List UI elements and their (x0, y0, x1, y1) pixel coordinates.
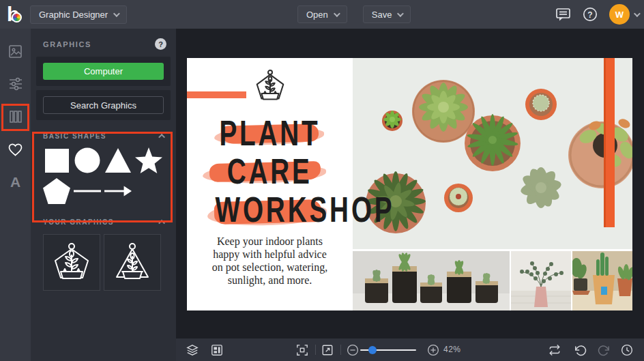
shape-triangle[interactable] (104, 147, 132, 174)
toolbar-divider (340, 345, 341, 355)
panel-title: GRAPHICS (43, 40, 91, 48)
search-box: Search Graphics (36, 90, 171, 120)
headline-word-plant[interactable]: PLANT (219, 115, 320, 153)
headline-word-workshop[interactable]: WORKSHOP (216, 191, 395, 229)
headline-line[interactable]: WORKSHOP (187, 191, 353, 229)
save-button[interactable]: Save (363, 5, 411, 23)
headline-line[interactable]: CARE (187, 153, 353, 191)
templates-icon[interactable] (211, 344, 223, 356)
triangle-terrarium-icon (111, 242, 153, 284)
heart-icon (8, 143, 23, 157)
body-line: Keep your indoor plants (187, 235, 353, 248)
chevron-down-icon (113, 10, 120, 17)
avatar: W (609, 4, 630, 25)
sidebar-item-text[interactable]: A (4, 171, 27, 194)
graphic-designer-app: b Graphic Designer Open Save (0, 0, 644, 361)
resize-canvas-icon[interactable] (321, 344, 334, 356)
text-tool-icon: A (10, 174, 20, 190)
design-canvas[interactable]: PLANT CARE WORKSHOP Keep your indoor pla… (187, 58, 632, 311)
basic-shapes-title: BASIC SHAPES (43, 132, 106, 140)
shape-line[interactable] (74, 177, 101, 205)
sidebar-item-layout[interactable] (4, 105, 27, 128)
body-line: happy with helpful advice (187, 248, 353, 261)
topbar-right-controls: ? W (555, 0, 639, 29)
tool-rail: A (0, 29, 31, 361)
chevron-up-icon (158, 220, 165, 227)
eucalyptus-vase-photo[interactable] (511, 251, 571, 311)
headline-word-care[interactable]: CARE (227, 153, 312, 191)
file-actions: Open Save (297, 5, 411, 23)
toolbar-divider (315, 345, 316, 355)
help-icon[interactable]: ? (583, 7, 598, 22)
sidebar-item-graphics[interactable] (4, 138, 27, 161)
color-wheel-icon (12, 12, 22, 23)
your-graphics-header[interactable]: YOUR GRAPHICS (31, 210, 176, 230)
poster-photo-zone (353, 58, 632, 311)
sidebar-item-adjust[interactable] (4, 72, 27, 96)
feedback-comment-icon[interactable] (555, 8, 571, 22)
zoom-percentage: 42% (443, 345, 461, 354)
pentagon-terrarium-icon (50, 242, 93, 284)
poster-headline[interactable]: PLANT CARE WORKSHOP (187, 115, 353, 229)
fit-to-screen-icon[interactable] (296, 344, 308, 356)
app-switcher-button[interactable]: Graphic Designer (30, 5, 127, 24)
your-graphics-grid (31, 230, 176, 291)
photo-strip (353, 251, 632, 311)
undo-icon[interactable] (574, 344, 587, 356)
svg-text:?: ? (587, 10, 592, 20)
shape-arrow[interactable] (104, 177, 132, 205)
open-button[interactable]: Open (297, 5, 347, 23)
panel-header: GRAPHICS ? (31, 29, 176, 57)
zoom-slider-knob[interactable] (368, 346, 377, 354)
basic-shapes-grid (31, 144, 176, 210)
body-line: on pot selection, watering, (187, 261, 353, 274)
poster-text-column[interactable]: PLANT CARE WORKSHOP Keep your indoor pla… (187, 58, 353, 311)
zoom-in-icon[interactable] (427, 344, 439, 356)
avatar-initial: W (615, 10, 624, 20)
chevron-down-icon (397, 10, 404, 17)
poster-terrarium-icon[interactable] (252, 68, 288, 106)
shape-square[interactable] (43, 147, 70, 174)
shape-pentagon[interactable] (43, 177, 70, 205)
canvas-area[interactable]: PLANT CARE WORKSHOP Keep your indoor pla… (176, 29, 644, 361)
jar-plants-photo[interactable] (353, 251, 510, 311)
bottom-toolbar: 42% (176, 338, 644, 361)
zoom-out-icon[interactable] (347, 344, 359, 356)
computer-upload-button[interactable]: Computer (43, 63, 164, 80)
workspace: A GRAPHICS ? Computer Search Graphics BA… (0, 29, 644, 361)
befunky-logo[interactable]: b (7, 4, 25, 25)
app-title: Graphic Designer (39, 10, 108, 20)
upload-box: Computer (36, 57, 171, 86)
zoom-slider[interactable] (360, 349, 416, 351)
body-line: sunlight, and more. (187, 274, 353, 287)
graphic-triangle-terrarium[interactable] (104, 234, 161, 291)
save-button-label: Save (372, 10, 392, 20)
open-button-label: Open (306, 10, 328, 20)
poster-accent-bar[interactable] (187, 91, 246, 98)
panel-help-icon[interactable]: ? (155, 38, 166, 50)
history-icon[interactable] (621, 344, 633, 356)
search-graphics-button[interactable]: Search Graphics (43, 96, 164, 114)
chevron-down-icon (334, 10, 340, 17)
layers-icon[interactable] (186, 344, 199, 356)
compare-toggle-icon[interactable] (548, 344, 561, 356)
redo-icon[interactable] (598, 344, 610, 356)
succulents-photo[interactable] (353, 58, 632, 249)
headline-line[interactable]: PLANT (187, 115, 353, 153)
sidebar-item-image[interactable] (4, 40, 27, 63)
account-menu[interactable]: W (609, 4, 639, 25)
poster-body-text[interactable]: Keep your indoor plants happy with helpf… (187, 235, 353, 287)
potted-cacti-photo[interactable] (572, 251, 632, 311)
graphic-pentagon-terrarium[interactable] (43, 234, 100, 291)
shape-star[interactable] (135, 147, 162, 174)
chevron-up-icon (158, 134, 165, 141)
your-graphics-title: YOUR GRAPHICS (43, 218, 114, 226)
chevron-down-icon (634, 10, 641, 17)
basic-shapes-header[interactable]: BASIC SHAPES (31, 124, 176, 144)
top-bar: b Graphic Designer Open Save (0, 0, 644, 29)
shape-circle[interactable] (74, 147, 101, 174)
graphics-panel: GRAPHICS ? Computer Search Graphics BASI… (31, 29, 176, 361)
